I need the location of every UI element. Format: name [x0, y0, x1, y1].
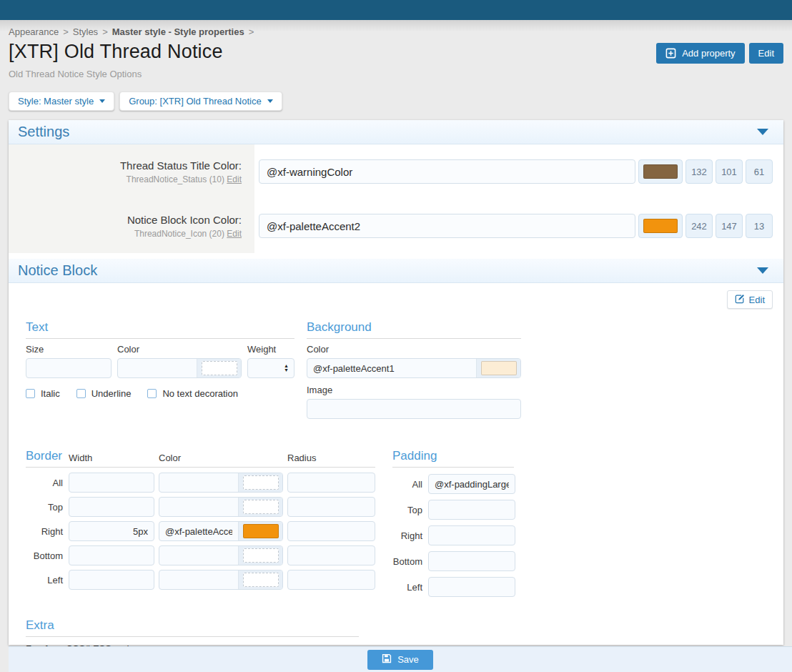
padding-top-input[interactable]: [428, 500, 515, 520]
border-all-width-input[interactable]: [69, 473, 154, 493]
edit-button[interactable]: Edit: [749, 43, 783, 64]
padding-left-input[interactable]: [428, 577, 515, 597]
breadcrumb-separator: >: [63, 26, 69, 37]
border-all-color-input[interactable]: [159, 473, 238, 492]
border-all-color-swatch-button[interactable]: [238, 473, 282, 492]
background-color-swatch: [481, 361, 517, 375]
italic-checkbox-item[interactable]: Italic: [26, 388, 60, 399]
underline-checkbox-label: Underline: [91, 388, 132, 399]
no-text-decoration-checkbox-item[interactable]: No text decoration: [147, 388, 238, 399]
border-top-width-input[interactable]: [69, 497, 154, 517]
breadcrumb-separator: >: [249, 26, 254, 37]
notice-block-icon-color-input[interactable]: [259, 214, 635, 238]
caret-down-icon: [267, 99, 273, 103]
chevron-down-icon[interactable]: [757, 129, 768, 135]
style-selector-label: Style: Master style: [18, 96, 94, 107]
breadcrumb-current[interactable]: Master style - Style properties: [112, 26, 244, 37]
color-swatch-cell[interactable]: [638, 159, 683, 184]
checkbox-icon[interactable]: [76, 389, 86, 398]
save-footer-bar: Save: [9, 646, 792, 672]
border-left-color-input[interactable]: [159, 570, 238, 589]
border-left-width-input[interactable]: [69, 570, 154, 590]
background-color-input[interactable]: [307, 359, 476, 377]
border-right-color-swatch: [243, 524, 279, 538]
border-bottom-width-input[interactable]: [69, 545, 154, 565]
text-color-input[interactable]: [118, 359, 197, 377]
no-text-decoration-checkbox-label: No text decoration: [162, 388, 238, 399]
page: Appearance>Styles>Master style - Style p…: [0, 20, 792, 672]
border-bottom-color-swatch-button[interactable]: [238, 546, 282, 565]
underline-checkbox-item[interactable]: Underline: [76, 388, 132, 399]
settings-rows: Thread Status Title Color: ThreadNotice_…: [9, 144, 783, 259]
setting-row-thread-status-title-color: Thread Status Title Color: ThreadNotice_…: [9, 144, 783, 199]
breadcrumb-separator: >: [102, 26, 108, 37]
padding-all-input[interactable]: [428, 474, 515, 494]
border-top-color-input[interactable]: [159, 498, 238, 516]
add-property-button[interactable]: Add property: [656, 43, 744, 64]
border-row-label-top: Top: [26, 502, 64, 513]
border-left-radius-input[interactable]: [287, 570, 375, 590]
text-color-swatch-button[interactable]: [197, 359, 241, 377]
border-width-label: Width: [69, 453, 154, 463]
background-group: Background Color Image: [307, 320, 521, 419]
thread-status-title-color-input[interactable]: [259, 159, 635, 184]
padding-row-label-left: Left: [392, 582, 424, 593]
border-bottom-radius-input[interactable]: [287, 545, 375, 565]
style-selector-dropdown[interactable]: Style: Master style: [9, 92, 114, 111]
border-bottom-color-input[interactable]: [159, 546, 238, 565]
padding-row-label-all: All: [392, 479, 424, 490]
border-top-radius-input[interactable]: [287, 497, 375, 517]
background-color-label: Color: [307, 344, 521, 355]
border-group-title: Border: [26, 449, 64, 463]
checkbox-icon[interactable]: [26, 389, 35, 398]
border-group: Border Width Color Radius All Top: [26, 449, 375, 597]
rgb-blue-cell: 13: [746, 214, 773, 238]
breadcrumb-appearance[interactable]: Appearance: [9, 26, 59, 37]
setting-label-cell: Thread Status Title Color: ThreadNotice_…: [9, 144, 254, 199]
border-all-radius-input[interactable]: [287, 473, 375, 493]
border-radius-label: Radius: [287, 453, 375, 463]
notice-block-edit-button[interactable]: Edit: [727, 290, 773, 309]
chevron-down-icon[interactable]: [757, 267, 768, 274]
notice-block-section-header[interactable]: Notice Block: [9, 259, 783, 283]
text-weight-select[interactable]: ▲▼: [247, 358, 294, 378]
border-right-radius-input[interactable]: [287, 521, 375, 541]
background-color-swatch-button[interactable]: [476, 359, 520, 377]
settings-section-title: Settings: [18, 124, 757, 140]
border-right-color-input[interactable]: [159, 522, 238, 540]
floppy-disk-icon: [382, 653, 392, 666]
border-top-color-swatch-button[interactable]: [238, 498, 282, 516]
text-size-input[interactable]: [26, 358, 112, 378]
setting-label-cell: Notice Block Icon Color: ThreadNotice_Ic…: [9, 199, 254, 253]
setting-meta: ThreadNotice_Icon (20): [134, 229, 224, 239]
add-property-label: Add property: [682, 48, 735, 59]
padding-right-input[interactable]: [428, 525, 515, 545]
border-row-label-bottom: Bottom: [26, 550, 64, 561]
notice-block-edit-label: Edit: [749, 295, 765, 305]
settings-section-header[interactable]: Settings: [9, 120, 783, 144]
group-selector-dropdown[interactable]: Group: [XTR] Old Thread Notice: [119, 92, 282, 111]
background-image-input[interactable]: [307, 399, 521, 419]
background-image-label: Image: [307, 385, 521, 395]
setting-edit-link[interactable]: Edit: [227, 229, 242, 239]
setting-edit-link[interactable]: Edit: [227, 174, 242, 184]
border-right-width-input[interactable]: [69, 521, 154, 541]
save-button[interactable]: Save: [367, 650, 433, 670]
padding-row-label-top: Top: [392, 505, 424, 515]
text-color-picker: [117, 358, 242, 378]
border-right-color-swatch-button[interactable]: [238, 522, 282, 540]
weight-label: Weight: [247, 344, 294, 355]
group-selector-label: Group: [XTR] Old Thread Notice: [129, 96, 261, 107]
padding-bottom-input[interactable]: [428, 551, 515, 571]
checkbox-icon[interactable]: [147, 389, 157, 398]
setting-row-notice-block-icon-color: Notice Block Icon Color: ThreadNotice_Ic…: [9, 199, 783, 253]
border-left-color-swatch-button[interactable]: [238, 570, 282, 589]
padding-row-label-bottom: Bottom: [392, 556, 424, 567]
top-navigation-bar: [0, 0, 792, 20]
breadcrumb-styles[interactable]: Styles: [73, 26, 98, 37]
pencil-square-icon: [735, 294, 745, 306]
color-swatch-cell[interactable]: [638, 214, 683, 238]
caret-down-icon: [99, 99, 105, 103]
border-right-color-picker: [159, 521, 283, 541]
color-label: Color: [117, 344, 242, 355]
